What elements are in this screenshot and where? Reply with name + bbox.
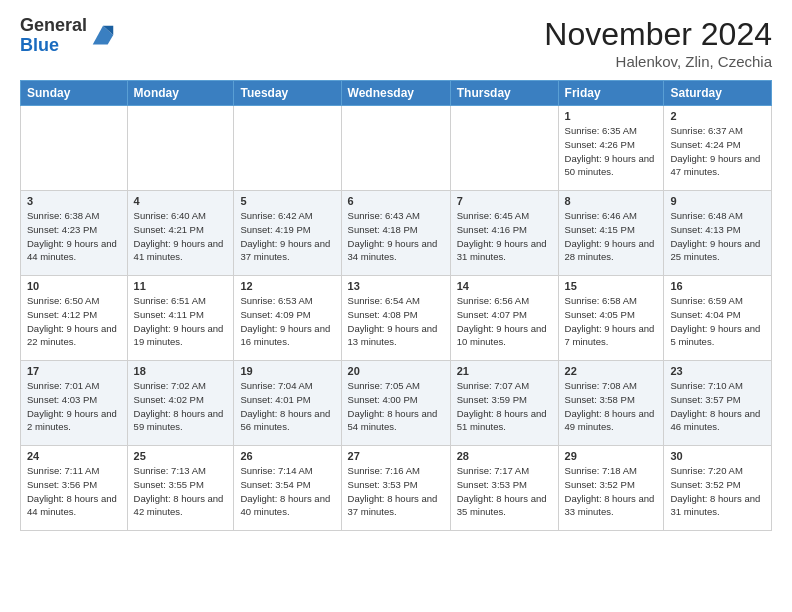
day-number: 20 — [348, 365, 444, 377]
day-number: 5 — [240, 195, 334, 207]
day-number: 24 — [27, 450, 121, 462]
page: General Blue November 2024 Halenkov, Zli… — [0, 0, 792, 612]
calendar-title: November 2024 — [544, 16, 772, 53]
calendar-cell — [234, 106, 341, 191]
day-number: 9 — [670, 195, 765, 207]
calendar-cell: 5Sunrise: 6:42 AMSunset: 4:19 PMDaylight… — [234, 191, 341, 276]
calendar-row-4: 24Sunrise: 7:11 AMSunset: 3:56 PMDayligh… — [21, 446, 772, 531]
col-header-thursday: Thursday — [450, 81, 558, 106]
calendar-header: SundayMondayTuesdayWednesdayThursdayFrid… — [21, 81, 772, 106]
calendar-cell: 4Sunrise: 6:40 AMSunset: 4:21 PMDaylight… — [127, 191, 234, 276]
calendar-row-0: 1Sunrise: 6:35 AMSunset: 4:26 PMDaylight… — [21, 106, 772, 191]
day-info: Sunrise: 6:42 AMSunset: 4:19 PMDaylight:… — [240, 209, 334, 264]
day-info: Sunrise: 6:37 AMSunset: 4:24 PMDaylight:… — [670, 124, 765, 179]
calendar-cell: 10Sunrise: 6:50 AMSunset: 4:12 PMDayligh… — [21, 276, 128, 361]
calendar-cell: 9Sunrise: 6:48 AMSunset: 4:13 PMDaylight… — [664, 191, 772, 276]
day-info: Sunrise: 6:48 AMSunset: 4:13 PMDaylight:… — [670, 209, 765, 264]
day-info: Sunrise: 7:04 AMSunset: 4:01 PMDaylight:… — [240, 379, 334, 434]
day-info: Sunrise: 7:16 AMSunset: 3:53 PMDaylight:… — [348, 464, 444, 519]
calendar-cell: 22Sunrise: 7:08 AMSunset: 3:58 PMDayligh… — [558, 361, 664, 446]
day-info: Sunrise: 7:02 AMSunset: 4:02 PMDaylight:… — [134, 379, 228, 434]
day-info: Sunrise: 6:58 AMSunset: 4:05 PMDaylight:… — [565, 294, 658, 349]
day-info: Sunrise: 6:46 AMSunset: 4:15 PMDaylight:… — [565, 209, 658, 264]
calendar-subtitle: Halenkov, Zlin, Czechia — [544, 53, 772, 70]
day-info: Sunrise: 6:59 AMSunset: 4:04 PMDaylight:… — [670, 294, 765, 349]
col-header-wednesday: Wednesday — [341, 81, 450, 106]
day-number: 21 — [457, 365, 552, 377]
col-header-tuesday: Tuesday — [234, 81, 341, 106]
day-info: Sunrise: 7:11 AMSunset: 3:56 PMDaylight:… — [27, 464, 121, 519]
calendar-cell — [450, 106, 558, 191]
day-info: Sunrise: 6:50 AMSunset: 4:12 PMDaylight:… — [27, 294, 121, 349]
day-number: 15 — [565, 280, 658, 292]
calendar-cell — [127, 106, 234, 191]
calendar-cell: 29Sunrise: 7:18 AMSunset: 3:52 PMDayligh… — [558, 446, 664, 531]
calendar-cell: 13Sunrise: 6:54 AMSunset: 4:08 PMDayligh… — [341, 276, 450, 361]
calendar-cell: 23Sunrise: 7:10 AMSunset: 3:57 PMDayligh… — [664, 361, 772, 446]
day-number: 8 — [565, 195, 658, 207]
calendar-cell: 17Sunrise: 7:01 AMSunset: 4:03 PMDayligh… — [21, 361, 128, 446]
header: General Blue November 2024 Halenkov, Zli… — [20, 16, 772, 70]
calendar-body: 1Sunrise: 6:35 AMSunset: 4:26 PMDaylight… — [21, 106, 772, 531]
day-number: 27 — [348, 450, 444, 462]
col-header-sunday: Sunday — [21, 81, 128, 106]
calendar-cell: 3Sunrise: 6:38 AMSunset: 4:23 PMDaylight… — [21, 191, 128, 276]
day-number: 7 — [457, 195, 552, 207]
calendar-cell: 18Sunrise: 7:02 AMSunset: 4:02 PMDayligh… — [127, 361, 234, 446]
calendar-cell — [21, 106, 128, 191]
day-info: Sunrise: 6:40 AMSunset: 4:21 PMDaylight:… — [134, 209, 228, 264]
calendar-cell: 30Sunrise: 7:20 AMSunset: 3:52 PMDayligh… — [664, 446, 772, 531]
day-info: Sunrise: 6:51 AMSunset: 4:11 PMDaylight:… — [134, 294, 228, 349]
col-header-saturday: Saturday — [664, 81, 772, 106]
day-number: 14 — [457, 280, 552, 292]
calendar-cell: 28Sunrise: 7:17 AMSunset: 3:53 PMDayligh… — [450, 446, 558, 531]
calendar-cell: 2Sunrise: 6:37 AMSunset: 4:24 PMDaylight… — [664, 106, 772, 191]
calendar-cell: 24Sunrise: 7:11 AMSunset: 3:56 PMDayligh… — [21, 446, 128, 531]
day-number: 25 — [134, 450, 228, 462]
day-number: 29 — [565, 450, 658, 462]
logo-general: General — [20, 15, 87, 35]
day-number: 1 — [565, 110, 658, 122]
day-number: 19 — [240, 365, 334, 377]
calendar-row-1: 3Sunrise: 6:38 AMSunset: 4:23 PMDaylight… — [21, 191, 772, 276]
calendar-cell — [341, 106, 450, 191]
day-info: Sunrise: 7:05 AMSunset: 4:00 PMDaylight:… — [348, 379, 444, 434]
day-info: Sunrise: 6:43 AMSunset: 4:18 PMDaylight:… — [348, 209, 444, 264]
calendar-cell: 1Sunrise: 6:35 AMSunset: 4:26 PMDaylight… — [558, 106, 664, 191]
day-info: Sunrise: 7:13 AMSunset: 3:55 PMDaylight:… — [134, 464, 228, 519]
calendar-cell: 16Sunrise: 6:59 AMSunset: 4:04 PMDayligh… — [664, 276, 772, 361]
calendar-table: SundayMondayTuesdayWednesdayThursdayFrid… — [20, 80, 772, 531]
day-info: Sunrise: 6:53 AMSunset: 4:09 PMDaylight:… — [240, 294, 334, 349]
logo-blue: Blue — [20, 35, 59, 55]
day-info: Sunrise: 7:10 AMSunset: 3:57 PMDaylight:… — [670, 379, 765, 434]
day-number: 18 — [134, 365, 228, 377]
day-number: 4 — [134, 195, 228, 207]
day-number: 23 — [670, 365, 765, 377]
day-info: Sunrise: 6:54 AMSunset: 4:08 PMDaylight:… — [348, 294, 444, 349]
calendar-cell: 6Sunrise: 6:43 AMSunset: 4:18 PMDaylight… — [341, 191, 450, 276]
col-header-monday: Monday — [127, 81, 234, 106]
calendar-cell: 27Sunrise: 7:16 AMSunset: 3:53 PMDayligh… — [341, 446, 450, 531]
calendar-cell: 20Sunrise: 7:05 AMSunset: 4:00 PMDayligh… — [341, 361, 450, 446]
day-number: 22 — [565, 365, 658, 377]
header-row: SundayMondayTuesdayWednesdayThursdayFrid… — [21, 81, 772, 106]
day-number: 30 — [670, 450, 765, 462]
day-number: 16 — [670, 280, 765, 292]
calendar-cell: 14Sunrise: 6:56 AMSunset: 4:07 PMDayligh… — [450, 276, 558, 361]
calendar-cell: 11Sunrise: 6:51 AMSunset: 4:11 PMDayligh… — [127, 276, 234, 361]
day-info: Sunrise: 7:08 AMSunset: 3:58 PMDaylight:… — [565, 379, 658, 434]
day-info: Sunrise: 7:01 AMSunset: 4:03 PMDaylight:… — [27, 379, 121, 434]
day-info: Sunrise: 7:14 AMSunset: 3:54 PMDaylight:… — [240, 464, 334, 519]
day-number: 13 — [348, 280, 444, 292]
calendar-cell: 25Sunrise: 7:13 AMSunset: 3:55 PMDayligh… — [127, 446, 234, 531]
calendar-cell: 7Sunrise: 6:45 AMSunset: 4:16 PMDaylight… — [450, 191, 558, 276]
logo: General Blue — [20, 16, 117, 56]
day-number: 17 — [27, 365, 121, 377]
calendar-cell: 21Sunrise: 7:07 AMSunset: 3:59 PMDayligh… — [450, 361, 558, 446]
day-info: Sunrise: 6:38 AMSunset: 4:23 PMDaylight:… — [27, 209, 121, 264]
day-number: 10 — [27, 280, 121, 292]
calendar-cell: 12Sunrise: 6:53 AMSunset: 4:09 PMDayligh… — [234, 276, 341, 361]
day-number: 6 — [348, 195, 444, 207]
day-info: Sunrise: 7:07 AMSunset: 3:59 PMDaylight:… — [457, 379, 552, 434]
calendar-row-3: 17Sunrise: 7:01 AMSunset: 4:03 PMDayligh… — [21, 361, 772, 446]
